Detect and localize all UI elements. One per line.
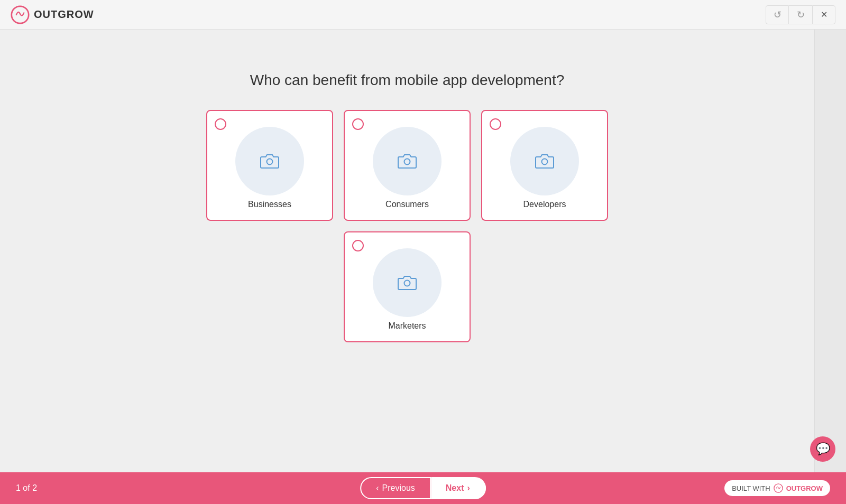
top-controls: ↺ ↻ ✕ (766, 5, 835, 24)
outgrow-logo-icon (11, 5, 30, 24)
option-card-developers[interactable]: Developers (481, 110, 608, 221)
radio-consumers (352, 118, 364, 130)
svg-point-1 (267, 159, 273, 165)
previous-label: Previous (382, 483, 415, 493)
option-card-businesses[interactable]: Businesses (206, 110, 333, 221)
option-image-developers (510, 127, 579, 195)
camera-icon-developers (535, 153, 555, 169)
page-indicator: 1 of 2 (16, 483, 37, 493)
option-image-businesses (235, 127, 304, 195)
next-button[interactable]: Next › (431, 477, 486, 499)
options-row-2: Marketers (344, 231, 471, 342)
camera-icon-marketers (397, 275, 417, 291)
outgrow-small-logo (774, 483, 783, 493)
label-businesses: Businesses (248, 200, 291, 209)
next-label: Next (446, 483, 464, 493)
label-marketers: Marketers (388, 321, 426, 331)
question-title: Who can benefit from mobile app developm… (250, 72, 565, 89)
built-with-badge: BUILT WITH OUTGROW (724, 480, 830, 496)
built-with-text: BUILT WITH (732, 484, 770, 492)
chat-icon: 💬 (816, 442, 830, 456)
chat-button[interactable]: 💬 (810, 436, 835, 462)
previous-button[interactable]: ‹ Previous (360, 477, 431, 499)
redo-icon: ↻ (797, 9, 805, 21)
svg-point-2 (404, 159, 410, 165)
label-developers: Developers (523, 200, 566, 209)
close-button[interactable]: ✕ (812, 5, 835, 24)
options-row-1: Businesses Consumers (206, 110, 608, 221)
radio-developers (490, 118, 501, 130)
undo-icon: ↺ (774, 9, 781, 21)
main-content: Who can benefit from mobile app developm… (0, 30, 814, 472)
redo-button[interactable]: ↻ (789, 5, 812, 24)
camera-icon-businesses (260, 153, 280, 169)
right-sidebar (814, 30, 846, 472)
nav-buttons: ‹ Previous Next › (360, 477, 486, 499)
built-with-brand: OUTGROW (786, 484, 823, 492)
radio-marketers (352, 240, 364, 251)
option-card-consumers[interactable]: Consumers (344, 110, 471, 221)
options-grid: Businesses Consumers (206, 110, 608, 342)
radio-businesses (215, 118, 226, 130)
chevron-left-icon: ‹ (376, 483, 379, 493)
top-bar: OUTGROW ↺ ↻ ✕ (0, 0, 846, 30)
option-image-marketers (373, 248, 442, 317)
logo: OUTGROW (11, 5, 94, 24)
close-icon: ✕ (821, 10, 827, 20)
option-card-marketers[interactable]: Marketers (344, 231, 471, 342)
undo-button[interactable]: ↺ (766, 5, 789, 24)
bottom-bar: 1 of 2 ‹ Previous Next › BUILT WITH OUTG… (0, 472, 846, 504)
label-consumers: Consumers (385, 200, 429, 209)
chevron-right-icon: › (467, 483, 470, 493)
logo-text: OUTGROW (34, 8, 94, 21)
svg-point-3 (542, 159, 548, 165)
option-image-consumers (373, 127, 442, 195)
svg-point-4 (404, 281, 410, 286)
camera-icon-consumers (397, 153, 417, 169)
